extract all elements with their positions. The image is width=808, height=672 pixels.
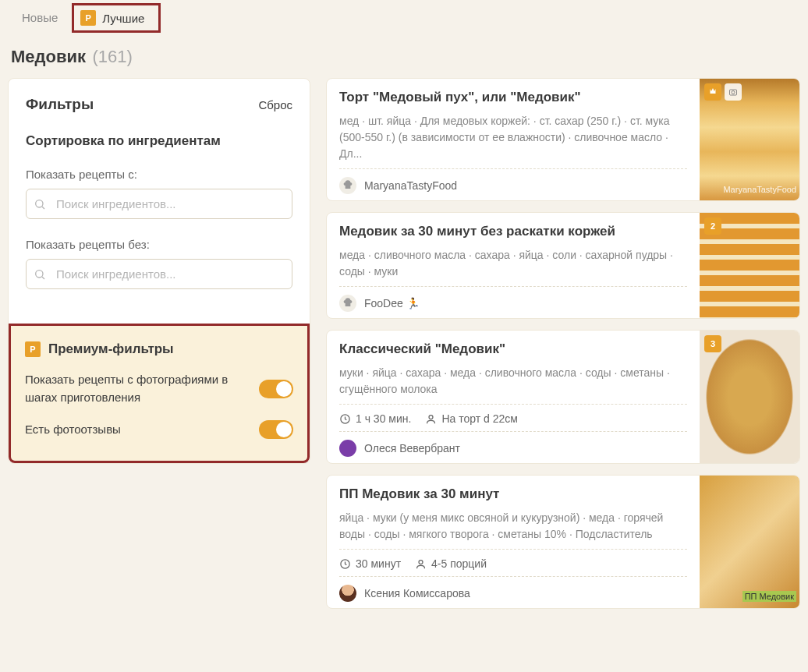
recipe-servings: 4-5 порций: [431, 557, 487, 570]
photo-badge: [725, 83, 742, 101]
tab-new[interactable]: Новые: [8, 3, 72, 33]
avatar: [339, 177, 356, 194]
page-heading: Медовик (161): [11, 47, 800, 67]
recipe-servings: На торт d 22см: [441, 412, 517, 425]
svg-point-0: [36, 200, 43, 207]
page-count: (161): [92, 47, 132, 66]
recipe-author: Олеся Вевербрант: [364, 442, 460, 454]
recipe-time: 30 минут: [356, 557, 401, 570]
recipe-title: Торт "Медовый пух", или "Медовик": [339, 90, 687, 105]
search-icon: [34, 268, 46, 281]
rank-badge: 3: [704, 335, 721, 352]
page-title: Медовик: [11, 47, 86, 66]
rank-badge: 2: [704, 218, 721, 235]
premium-title: Премиум-фильтры: [48, 341, 174, 357]
servings-icon: [425, 413, 437, 425]
recipe-time: 1 ч 30 мин.: [356, 412, 411, 425]
tab-best-label: Лучшие: [102, 12, 144, 25]
recipe-ingredients: муки · яйца · сахара · меда · сливочного…: [339, 365, 687, 398]
search-icon: [34, 198, 46, 210]
avatar: [339, 585, 356, 602]
recipe-card[interactable]: Классический "Медовик" муки · яйца · сах…: [326, 330, 800, 464]
premium-photos-label: Показать рецепты с фотографиями в шагах …: [25, 371, 250, 406]
recipe-author: FooDee 🏃: [364, 297, 420, 309]
recipe-ingredients: меда · сливочного масла · сахара · яйца …: [339, 247, 687, 280]
watermark: MaryanaTastyFood: [723, 185, 796, 194]
recipe-title: Классический "Медовик": [339, 341, 687, 357]
clock-icon: [339, 558, 351, 570]
svg-point-9: [419, 560, 423, 564]
filters-panel: Фильтры Сброс Сортировка по ингредиентам…: [8, 78, 310, 464]
search-with-input[interactable]: [26, 189, 292, 219]
recipe-card[interactable]: ПП Медовик за 30 минут яйца · муки (у ме…: [326, 475, 800, 609]
premium-photos-toggle[interactable]: [259, 380, 293, 398]
recipe-card[interactable]: Торт "Медовый пух", или "Медовик" мед · …: [326, 78, 800, 201]
recipe-image: 2: [700, 213, 799, 318]
tabs: Новые P Лучшие: [8, 3, 800, 33]
avatar: [339, 440, 356, 457]
premium-icon: P: [25, 341, 41, 357]
premium-filters: P Премиум-фильтры Показать рецепты с фот…: [9, 324, 310, 463]
recipe-image: MaryanaTastyFood: [700, 79, 799, 200]
show-with-label: Показать рецепты с:: [26, 168, 292, 181]
premium-icon: P: [80, 10, 96, 26]
avatar: [339, 295, 356, 312]
recipe-title: Медовик за 30 минут без раскатки коржей: [339, 224, 687, 239]
watermark: ПП Медовик: [742, 591, 796, 602]
recipe-card[interactable]: Медовик за 30 минут без раскатки коржей …: [326, 212, 800, 319]
filters-reset[interactable]: Сброс: [258, 98, 292, 111]
recipe-author: MaryanaTastyFood: [364, 179, 457, 192]
svg-point-2: [36, 270, 43, 277]
recipe-title: ПП Медовик за 30 минут: [339, 486, 687, 502]
svg-point-5: [732, 91, 735, 94]
premium-reviews-toggle[interactable]: [259, 420, 293, 439]
recipe-ingredients: яйца · муки (у меня микс овсяной и кукур…: [339, 510, 687, 543]
show-without-label: Показать рецепты без:: [26, 238, 292, 251]
svg-point-7: [429, 415, 433, 419]
recipe-list: Торт "Медовый пух", или "Медовик" мед · …: [326, 78, 800, 609]
tab-best[interactable]: P Лучшие: [72, 3, 161, 33]
recipe-author: Ксения Комиссарова: [364, 587, 470, 599]
filters-title: Фильтры: [26, 96, 94, 113]
premium-reviews-label: Есть фотоотзывы: [25, 421, 250, 439]
recipe-ingredients: мед · шт. яйца · Для медовых коржей: · с…: [339, 113, 687, 162]
search-without-input[interactable]: [26, 259, 292, 289]
servings-icon: [415, 558, 427, 570]
rank-badge: [704, 83, 721, 101]
recipe-image: 3: [700, 331, 799, 463]
clock-icon: [339, 413, 351, 425]
sort-title: Сортировка по ингредиентам: [26, 133, 292, 149]
svg-line-3: [42, 277, 44, 279]
recipe-image: ПП Медовик: [700, 476, 799, 608]
svg-line-1: [42, 207, 44, 209]
